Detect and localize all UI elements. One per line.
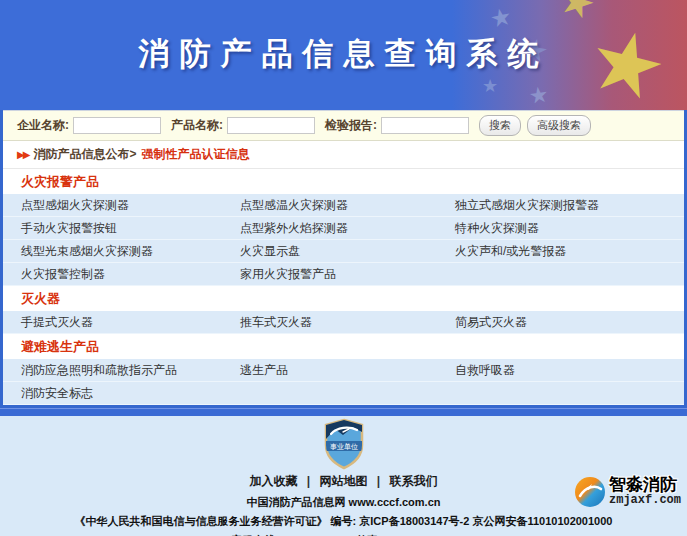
product-row: 线型光束感烟火灾探测器 火灾显示盘 火灾声和/或光警报器 bbox=[3, 240, 684, 263]
zmjaxf-logo-icon bbox=[574, 476, 606, 508]
advanced-search-button[interactable]: 高级搜索 bbox=[527, 115, 591, 136]
contact-us-link[interactable]: 联系我们 bbox=[390, 474, 438, 488]
logo-domain: zmjaxf.com bbox=[609, 493, 681, 507]
svg-text:★: ★ bbox=[482, 76, 498, 96]
report-number-input[interactable] bbox=[381, 117, 469, 134]
product-link[interactable]: 简易式灭火器 bbox=[455, 314, 684, 331]
breadcrumb-arrows-icon: ▶▶ bbox=[17, 149, 28, 160]
report-number-label: 检验报告: bbox=[325, 117, 377, 134]
product-link[interactable]: 火灾声和/或光警报器 bbox=[455, 243, 684, 260]
search-bar: 企业名称: 产品名称: 检验报告: 搜索 高级搜索 bbox=[3, 110, 684, 141]
product-link[interactable]: 特种火灾探测器 bbox=[455, 220, 684, 237]
product-name-input[interactable] bbox=[227, 117, 315, 134]
product-link[interactable]: 消防应急照明和疏散指示产品 bbox=[21, 362, 240, 379]
product-link[interactable]: 消防安全标志 bbox=[21, 385, 240, 402]
breadcrumb-root[interactable]: 消防产品信息公布> bbox=[33, 146, 136, 163]
breadcrumb: ▶▶ 消防产品信息公布> 强制性产品认证信息 bbox=[3, 141, 684, 169]
product-link[interactable]: 独立式感烟火灾探测报警器 bbox=[455, 197, 684, 214]
institution-badge-icon[interactable]: 事业单位 bbox=[0, 418, 687, 471]
product-row: 消防安全标志 bbox=[3, 382, 684, 405]
breadcrumb-current: 强制性产品认证信息 bbox=[141, 146, 249, 163]
link-separator: | bbox=[307, 474, 310, 488]
product-link[interactable]: 推车式灭火器 bbox=[240, 314, 455, 331]
product-link[interactable]: 火灾报警控制器 bbox=[21, 266, 240, 283]
product-row: 手动火灾报警按钮 点型紫外火焰探测器 特种火灾探测器 bbox=[3, 217, 684, 240]
page: ★ ★ ★ ★ ★ ★ 消防产品信息查询系统 企业名称: 产品名称: 检验报告:… bbox=[0, 0, 687, 536]
product-link[interactable]: 点型紫外火焰探测器 bbox=[240, 220, 455, 237]
product-link[interactable]: 点型感温火灾探测器 bbox=[240, 197, 455, 214]
separator-band bbox=[0, 408, 687, 416]
product-link[interactable]: 手提式灭火器 bbox=[21, 314, 240, 331]
product-link[interactable]: 线型光束感烟火灾探测器 bbox=[21, 243, 240, 260]
footer: 事业单位 加入收藏 | 网站地图 | 联系我们 中国消防产品信息网 www.cc… bbox=[0, 416, 687, 536]
product-row: 点型感烟火灾探测器 点型感温火灾探测器 独立式感烟火灾探测报警器 bbox=[3, 194, 684, 217]
product-row: 消防应急照明和疏散指示产品 逃生产品 自救呼吸器 bbox=[3, 359, 684, 382]
logo-name: 智淼消防 bbox=[609, 476, 681, 493]
product-name-label: 产品名称: bbox=[171, 117, 223, 134]
section-title-extinguisher: 灭火器 bbox=[3, 286, 684, 311]
product-link[interactable]: 火灾显示盘 bbox=[240, 243, 455, 260]
page-title: 消防产品信息查询系统 bbox=[0, 33, 687, 75]
company-name-label: 企业名称: bbox=[17, 117, 69, 134]
zmjaxf-logo[interactable]: 智淼消防 zmjaxf.com bbox=[574, 476, 681, 508]
section-title-fire-alarm: 火灾报警产品 bbox=[3, 169, 684, 194]
product-link[interactable]: 手动火灾报警按钮 bbox=[21, 220, 240, 237]
banner: ★ ★ ★ ★ ★ ★ 消防产品信息查询系统 bbox=[0, 0, 687, 110]
product-row: 火灾报警控制器 家用火灾报警产品 bbox=[3, 263, 684, 286]
product-link[interactable]: 自救呼吸器 bbox=[455, 362, 684, 379]
product-link[interactable]: 逃生产品 bbox=[240, 362, 455, 379]
product-link[interactable]: 点型感烟火灾探测器 bbox=[21, 197, 240, 214]
section-title-escape: 避难逃生产品 bbox=[3, 334, 684, 359]
search-button[interactable]: 搜索 bbox=[479, 115, 521, 136]
add-favorite-link[interactable]: 加入收藏 bbox=[249, 474, 297, 488]
company-name-input[interactable] bbox=[73, 117, 161, 134]
badge-label: 事业单位 bbox=[330, 443, 358, 450]
product-link[interactable]: 家用火灾报警产品 bbox=[240, 266, 455, 283]
main-content: 企业名称: 产品名称: 检验报告: 搜索 高级搜索 ▶▶ 消防产品信息公布> 强… bbox=[0, 110, 687, 408]
sitemap-link[interactable]: 网站地图 bbox=[320, 474, 368, 488]
zmjaxf-logo-text: 智淼消防 zmjaxf.com bbox=[609, 476, 681, 507]
product-row: 手提式灭火器 推车式灭火器 简易式灭火器 bbox=[3, 311, 684, 334]
link-separator: | bbox=[377, 474, 380, 488]
license-line: 《中华人民共和国电信与信息服务业务经营许可证》 编号: 京ICP备1800314… bbox=[0, 514, 687, 529]
svg-text:★: ★ bbox=[527, 81, 550, 109]
